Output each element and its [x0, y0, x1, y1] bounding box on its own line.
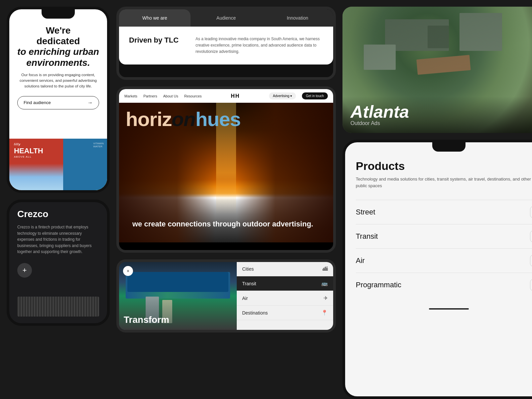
find-audience-button[interactable]: Find audience → [17, 96, 99, 109]
horizonhues-tagline: we create connections through outdoor ad… [132, 219, 313, 229]
product-programmatic-label: Programmatic [356, 281, 401, 289]
product-programmatic-icon [530, 279, 532, 291]
product-transit-label: Transit [356, 232, 378, 241]
phone-notch [42, 9, 75, 19]
atlanta-sub-label: Outdoor Ads [350, 120, 532, 126]
nav-advertising[interactable]: Advertising ▾ [269, 92, 296, 99]
tablet-horizonhues: Markets Partners About Us Resources HH A… [116, 86, 336, 253]
home-indicator [429, 308, 469, 310]
billboard-image: lilly HEALTH ABOVE ALL VITAMINWATER [9, 139, 107, 190]
products-notch [432, 142, 466, 152]
product-air[interactable]: Air [356, 248, 532, 273]
tab-audience[interactable]: Audience [191, 9, 262, 27]
tablet-tabs: Who we are Audience Innovation Driven by… [116, 7, 336, 80]
product-programmatic[interactable]: Programmatic [356, 273, 532, 297]
products-desc: Technology and media solutions for citie… [356, 176, 532, 189]
add-button[interactable]: + [17, 263, 32, 278]
nav-resources[interactable]: Resources [184, 94, 202, 98]
billboard-above-text: ABOVE ALL [14, 155, 32, 158]
product-street-icon [530, 206, 532, 218]
menu-cities[interactable]: Cities 🏙 [237, 262, 333, 276]
product-air-icon [530, 255, 532, 267]
product-street-label: Street [356, 208, 375, 216]
tab-who-we-are[interactable]: Who we are [119, 9, 191, 27]
train-image: Transform [119, 262, 237, 330]
product-transit-icon [530, 230, 532, 242]
crezco-brand: Crezco [17, 209, 99, 219]
phone-mock-crezco: Crezco Crezco is a fintech product that … [7, 200, 110, 326]
product-air-label: Air [356, 256, 365, 265]
driven-title: Driven by TLC [129, 36, 182, 55]
menu-transit[interactable]: Transit 🚌 [237, 276, 333, 291]
menu-destinations[interactable]: Destinations 📍 [237, 306, 333, 320]
atlanta-city-name: Atlanta [350, 103, 532, 120]
driven-desc: As a leading innovative media company in… [196, 36, 323, 55]
nav-about[interactable]: About Us [163, 94, 178, 98]
phone-mock-dedicated: We're dedicated to enriching urban envir… [7, 7, 110, 193]
products-card: Products Technology and media solutions … [342, 140, 532, 399]
transit-icon: 🚌 [321, 280, 328, 287]
barcode-strip [17, 297, 99, 317]
phone1-subtext: Our focus is on providing engaging conte… [17, 72, 99, 89]
nav-markets[interactable]: Markets [124, 94, 137, 98]
nav-partners[interactable]: Partners [143, 94, 157, 98]
transform-label: Transform [124, 315, 169, 325]
air-icon: ✈ [324, 295, 328, 301]
product-transit[interactable]: Transit [356, 224, 532, 248]
horizonhues-headline: horizonhues [126, 109, 241, 129]
category-menu: Cities 🏙 Transit 🚌 Air ✈ Destinations 📍 [237, 262, 333, 330]
tab-innovation[interactable]: Innovation [262, 9, 333, 27]
billboard-health-text: HEALTH [14, 147, 43, 155]
crezco-desc: Crezco is a fintech product that employs… [17, 224, 99, 255]
tablet-transform: × Transform Cities 🏙 [116, 259, 336, 332]
cities-icon: 🏙 [323, 266, 328, 272]
hero-section: horizonhues we create connections throug… [119, 103, 333, 242]
close-button[interactable]: × [123, 266, 133, 276]
nav-contact-button[interactable]: Get in touch [302, 92, 328, 99]
atlanta-card: Atlanta Outdoor Ads [342, 7, 532, 133]
menu-air[interactable]: Air ✈ [237, 291, 333, 306]
arrow-icon: → [87, 100, 93, 106]
destinations-icon: 📍 [321, 310, 328, 316]
products-title: Products [356, 160, 532, 173]
headline-dedicated: We're dedicated to enriching urban envir… [17, 25, 99, 68]
product-street[interactable]: Street [356, 200, 532, 224]
nav-logo: HH [231, 93, 240, 99]
